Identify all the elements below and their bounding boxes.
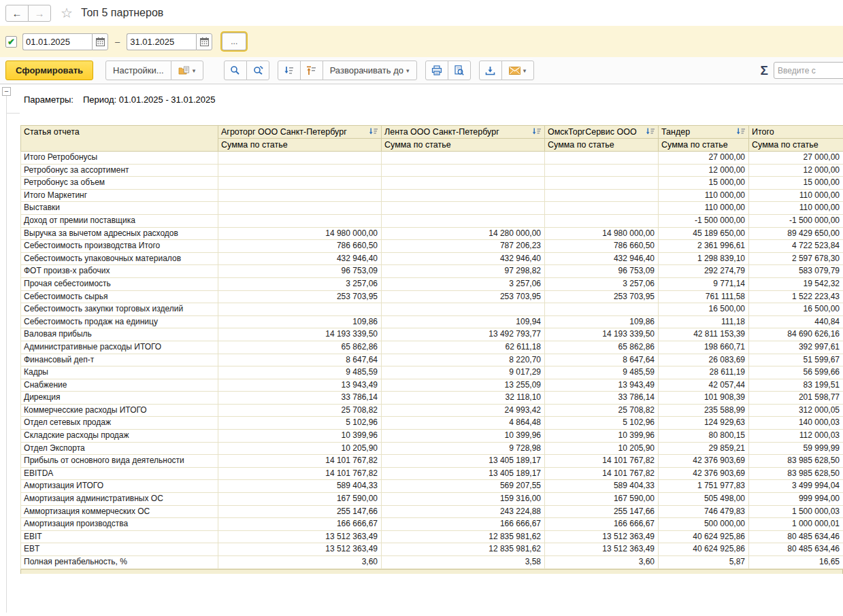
period-checkbox[interactable]: ✔ — [5, 36, 17, 48]
expand-levels-button[interactable] — [278, 61, 301, 80]
value-cell[interactable] — [545, 202, 659, 215]
value-cell[interactable]: 13 405 189,17 — [382, 467, 545, 480]
value-cell[interactable]: 14 280 000,00 — [382, 227, 545, 240]
value-cell[interactable]: 13 512 363,49 — [218, 543, 382, 556]
value-cell[interactable]: 24 993,42 — [382, 404, 545, 417]
row-label-cell[interactable]: Амортизация ИТОГО — [21, 480, 218, 493]
value-cell[interactable]: 59 999,99 — [749, 442, 843, 455]
value-cell[interactable]: 51 599,67 — [749, 354, 843, 366]
date-to-calendar-button[interactable] — [196, 33, 212, 50]
row-label-cell[interactable]: Выставки — [21, 202, 218, 215]
value-cell[interactable]: 166 666,67 — [218, 518, 382, 531]
value-cell[interactable]: 112 000,03 — [749, 430, 843, 443]
column-header-1[interactable]: Лента ООО Санкт-Петербург — [382, 126, 545, 139]
value-cell[interactable]: 9 728,98 — [382, 442, 545, 455]
value-cell[interactable]: 253 703,95 — [545, 290, 659, 303]
value-cell[interactable]: 8 220,70 — [382, 354, 545, 366]
value-cell[interactable] — [545, 303, 659, 316]
value-cell[interactable]: 16,65 — [749, 556, 843, 569]
value-cell[interactable] — [218, 177, 382, 190]
value-cell[interactable]: 787 206,23 — [382, 240, 545, 253]
value-cell[interactable]: 65 862,86 — [545, 341, 659, 354]
value-cell[interactable]: 13 512 363,49 — [545, 530, 659, 543]
row-label-cell[interactable]: Себестоимость производства Итого — [21, 240, 218, 253]
value-cell[interactable]: 27 000,00 — [659, 152, 749, 165]
value-cell[interactable]: 110 000,00 — [749, 202, 843, 215]
value-cell[interactable]: 3 257,06 — [545, 277, 659, 290]
value-cell[interactable]: 110 000,00 — [659, 202, 749, 215]
sort-icon[interactable] — [646, 128, 655, 136]
row-label-cell[interactable]: Аммортизация коммерческих ОС — [21, 505, 218, 518]
value-cell[interactable]: 65 862,86 — [218, 341, 382, 354]
row-label-cell[interactable]: Прибыль от основного вида деятельности — [21, 455, 218, 468]
value-cell[interactable]: 80 485 634,46 — [749, 543, 843, 556]
column-header-3[interactable]: Тандер — [659, 126, 749, 139]
value-cell[interactable]: 13 943,49 — [218, 379, 382, 392]
value-cell[interactable]: 109,86 — [545, 315, 659, 328]
date-to-input[interactable] — [127, 33, 196, 50]
period-more-button[interactable]: ... — [222, 33, 246, 50]
row-label-cell[interactable]: Себестоимость закупки торговых изделий — [21, 303, 218, 316]
value-cell[interactable]: 12 835 981,62 — [382, 530, 545, 543]
value-cell[interactable]: 5 102,96 — [218, 417, 382, 430]
value-cell[interactable]: 201 598,77 — [749, 392, 843, 405]
column-subheader-2[interactable]: Сумма по статье — [545, 139, 659, 152]
report-variants-button[interactable]: ▾ — [171, 61, 203, 80]
row-label-cell[interactable]: Себестоимость упаковочных материалов — [21, 252, 218, 265]
value-cell[interactable]: 14 101 767,82 — [545, 467, 659, 480]
value-cell[interactable]: 9 017,29 — [382, 366, 545, 379]
value-cell[interactable]: 16 500,00 — [659, 303, 749, 316]
value-cell[interactable]: 13 512 363,49 — [218, 530, 382, 543]
print-preview-button[interactable] — [448, 61, 471, 80]
value-cell[interactable] — [382, 214, 545, 227]
value-cell[interactable]: 12 835 981,62 — [382, 543, 545, 556]
settings-button[interactable]: Настройки... — [105, 61, 171, 80]
value-cell[interactable]: 243 224,88 — [382, 505, 545, 518]
value-cell[interactable]: 3 257,06 — [382, 277, 545, 290]
column-subheader-0[interactable]: Сумма по статье — [218, 139, 382, 152]
value-cell[interactable]: 432 946,40 — [545, 252, 659, 265]
value-cell[interactable]: 10 399,96 — [545, 430, 659, 443]
row-label-cell[interactable]: Ретробонус за ассортимент — [21, 164, 218, 177]
value-cell[interactable] — [545, 189, 659, 202]
save-file-button[interactable] — [479, 61, 502, 80]
value-cell[interactable]: 3,60 — [545, 556, 659, 569]
search-next-button[interactable] — [246, 61, 269, 80]
value-cell[interactable]: 62 611,18 — [382, 341, 545, 354]
row-label-cell[interactable]: EBITDA — [21, 467, 218, 480]
row-label-cell[interactable]: Полная рентабельность, % — [21, 556, 218, 569]
expand-to-button[interactable]: Разворачивать до ▾ — [323, 61, 417, 80]
value-cell[interactable] — [218, 164, 382, 177]
value-cell[interactable]: -1 500 000,00 — [749, 214, 843, 227]
value-cell[interactable]: 392 997,61 — [749, 341, 843, 354]
value-cell[interactable]: 56 599,66 — [749, 366, 843, 379]
row-label-cell[interactable]: Амортизация административных ОС — [21, 493, 218, 506]
value-cell[interactable]: 3 257,06 — [218, 277, 382, 290]
date-from-input[interactable] — [22, 33, 92, 50]
value-cell[interactable]: 110 000,00 — [749, 189, 843, 202]
value-cell[interactable]: 167 590,00 — [545, 493, 659, 506]
value-cell[interactable]: 14 980 000,00 — [545, 227, 659, 240]
value-cell[interactable]: 999 994,00 — [749, 493, 843, 506]
generate-button[interactable]: Сформировать — [5, 61, 93, 80]
value-cell[interactable]: 42 057,44 — [659, 379, 749, 392]
row-label-cell[interactable]: Валовая прибыль — [21, 328, 218, 341]
value-cell[interactable]: 1 522 223,43 — [749, 290, 843, 303]
value-cell[interactable] — [218, 202, 382, 215]
value-cell[interactable]: 746 479,83 — [659, 505, 749, 518]
value-cell[interactable]: 12 000,00 — [659, 164, 749, 177]
value-cell[interactable]: 80 485 634,46 — [749, 530, 843, 543]
value-cell[interactable]: 500 000,00 — [659, 518, 749, 531]
value-cell[interactable]: 14 193 339,50 — [218, 328, 382, 341]
value-cell[interactable]: 1 000 000,01 — [749, 518, 843, 531]
value-cell[interactable]: 2 597 678,30 — [749, 252, 843, 265]
value-cell[interactable]: 5 102,96 — [545, 417, 659, 430]
value-cell[interactable] — [545, 164, 659, 177]
value-cell[interactable] — [218, 214, 382, 227]
value-cell[interactable]: 167 590,00 — [218, 493, 382, 506]
value-cell[interactable]: 159 316,00 — [382, 493, 545, 506]
value-cell[interactable]: 96 753,09 — [545, 265, 659, 278]
value-cell[interactable] — [218, 189, 382, 202]
forward-button[interactable]: → — [28, 5, 51, 22]
value-cell[interactable]: 42 376 903,69 — [659, 455, 749, 468]
